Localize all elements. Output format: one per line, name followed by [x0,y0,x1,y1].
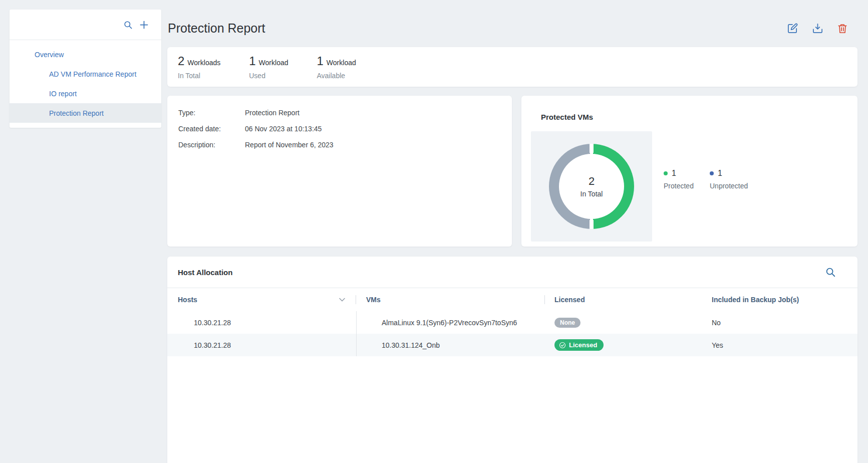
stat-caption: Used [249,72,288,80]
table-row: 10.30.21.28 10.30.31.124_Onb Licensed Ye… [167,334,857,356]
included-cell: No [702,311,857,334]
donut-total-label: In Total [581,190,603,198]
column-header-included-in-backup-jobs: Included in Backup Job(s) [702,288,857,311]
legend-item-unprotected: 1 Unprotected [710,169,748,190]
host-allocation-card: Host Allocation Hosts VMs Licensed Inclu… [167,257,857,463]
detail-row-created-date: Created date: 06 Nov 2023 at 10:13:45 [178,124,512,134]
detail-label: Created date: [178,124,245,134]
sidebar-item-overview[interactable]: Overview [10,45,161,64]
stat-used-workloads: 1 Workload Used [249,54,288,80]
protected-vms-title: Protected VMs [541,113,593,121]
detail-value: 06 Nov 2023 at 10:13:45 [245,124,322,134]
stat-value: 1 [249,54,255,68]
included-cell: Yes [702,334,857,356]
delete-report-icon[interactable] [837,23,848,34]
check-circle-icon [559,342,566,349]
host-allocation-title: Host Allocation [178,268,232,277]
stat-value: 1 [317,54,324,68]
protected-vms-chart-box: 2 In Total [531,131,652,242]
host-cell: 10.30.21.28 [167,334,356,356]
sidebar-item-ad-vm-performance-report[interactable]: AD VM Performance Report [10,64,161,84]
report-nav: Overview AD VM Performance Report IO rep… [10,40,161,123]
column-header-vms: VMs [356,288,545,311]
chevron-down-icon[interactable] [339,298,345,302]
host-cell: 10.30.21.28 [167,311,356,334]
protected-vms-card: Protected VMs 2 In Total 1 Protected 1 U… [521,96,857,247]
download-report-icon[interactable] [812,23,823,34]
table-search-icon[interactable] [825,267,836,278]
licensed-cell: Licensed [545,334,702,356]
protected-vms-legend: 1 Protected 1 Unprotected [664,169,748,190]
detail-label: Type: [178,108,245,118]
detail-value: Report of November 6, 2023 [245,140,334,150]
column-label: Included in Backup Job(s) [712,296,799,304]
license-status-badge: None [554,318,581,328]
protected-count: 1 [672,169,676,178]
stat-unit: Workload [259,59,288,67]
sidebar-toolbar [10,10,161,40]
report-details-card: Type: Protection Report Created date: 06… [167,96,512,247]
protected-label: Protected [664,182,697,190]
edit-report-icon[interactable] [787,23,798,34]
detail-label: Description: [178,140,245,150]
detail-row-type: Type: Protection Report [178,108,512,118]
stat-caption: In Total [178,72,220,80]
column-header-licensed: Licensed [545,288,702,311]
donut-center: 2 In Total [549,144,634,229]
detail-row-description: Description: Report of November 6, 2023 [178,140,512,150]
protected-legend-dot [664,171,668,175]
column-header-hosts[interactable]: Hosts [167,288,356,311]
page-title: Protection Report [168,21,265,36]
stat-unit: Workload [327,59,356,67]
licensed-cell: None [545,311,702,334]
vm-cell: 10.30.31.124_Onb [356,334,545,356]
donut-total-value: 2 [589,175,595,188]
license-status-badge: Licensed [554,339,604,351]
sidebar-item-io-report[interactable]: IO report [10,84,161,103]
license-status-label: Licensed [569,341,597,349]
stat-total-workloads: 2 Workloads In Total [178,54,220,80]
vm-cell: AlmaLinux 9.1(Syn6)-P2VrecovSyn7toSyn6 [356,311,545,334]
detail-value: Protection Report [245,108,300,118]
host-allocation-header: Host Allocation [167,257,857,288]
header-actions [787,23,848,34]
table-row: 10.30.21.28 AlmaLinux 9.1(Syn6)-P2Vrecov… [167,311,857,334]
unprotected-legend-dot [710,171,714,175]
column-label: Licensed [554,296,585,304]
column-label: VMs [366,296,381,304]
table-header-row: Hosts VMs Licensed Included in Backup Jo… [167,288,857,311]
legend-item-protected: 1 Protected [664,169,697,190]
stat-value: 2 [178,54,184,68]
protection-report-page: { "colors": { "accent_blue": "#3a73b8", … [0,0,868,463]
workloads-summary-card: 2 Workloads In Total 1 Workload Used 1 W… [167,47,857,87]
unprotected-count: 1 [718,169,722,178]
stat-unit: Workloads [187,59,220,67]
search-icon[interactable] [123,20,133,30]
stat-available-workloads: 1 Workload Available [317,54,356,80]
unprotected-label: Unprotected [710,182,748,190]
sidebar-item-protection-report[interactable]: Protection Report [10,103,161,123]
protected-vms-donut-chart: 2 In Total [549,144,634,229]
stat-caption: Available [317,72,356,80]
column-label: Hosts [178,296,197,304]
report-sidebar: Overview AD VM Performance Report IO rep… [10,10,161,128]
add-report-icon[interactable] [139,20,149,30]
